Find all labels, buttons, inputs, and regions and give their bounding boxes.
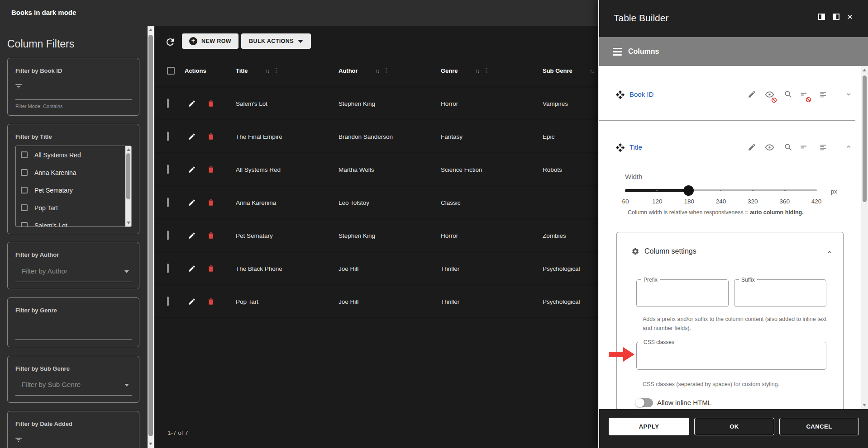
chevron-up-icon[interactable] <box>844 143 853 153</box>
visibility-disabled-icon[interactable] <box>765 90 774 101</box>
sort-icon[interactable]: ↑↓ <box>265 67 269 74</box>
edit-row-icon[interactable] <box>188 264 196 273</box>
genre-input-underline[interactable] <box>15 340 132 340</box>
title-filter-option[interactable]: Pet Sematary <box>16 181 131 199</box>
option-checkbox[interactable] <box>21 169 28 176</box>
column-menu-icon[interactable]: ⋮ <box>483 67 490 74</box>
delete-row-icon[interactable] <box>207 231 215 240</box>
search-column-icon[interactable] <box>784 143 793 154</box>
column-menu-icon[interactable]: ⋮ <box>383 67 390 74</box>
refresh-icon[interactable] <box>165 37 176 47</box>
title-link[interactable]: Title <box>630 143 642 151</box>
option-checkbox[interactable] <box>21 151 28 158</box>
scroll-down-icon[interactable] <box>149 443 153 445</box>
scrollbar-thumb[interactable] <box>863 75 867 202</box>
filter-rows-disabled-icon[interactable] <box>800 90 809 101</box>
chevron-down-icon[interactable] <box>124 384 129 387</box>
dock-left-icon[interactable] <box>818 14 825 20</box>
scroll-up-icon[interactable] <box>863 69 866 71</box>
book-id-input-underline[interactable] <box>15 99 132 100</box>
option-checkbox[interactable] <box>21 187 28 193</box>
align-text-icon[interactable] <box>819 143 828 154</box>
title-list-scrollbar[interactable] <box>125 146 131 226</box>
allow-inline-html-toggle[interactable] <box>636 398 653 407</box>
select-all-checkbox[interactable] <box>167 67 175 75</box>
drag-move-icon[interactable] <box>615 90 625 101</box>
author-select-underline[interactable] <box>15 282 132 282</box>
sort-icon[interactable]: ↑↓ <box>475 67 479 74</box>
delete-row-icon[interactable] <box>207 99 215 108</box>
column-header-genre[interactable]: Genre ↑↓⋮ <box>441 67 543 74</box>
scroll-up-icon[interactable] <box>127 148 130 151</box>
sort-icon[interactable]: ↑↓ <box>590 67 594 74</box>
delete-row-icon[interactable] <box>207 165 215 174</box>
title-filter-option[interactable]: All Systems Red <box>16 146 131 164</box>
author-select-placeholder[interactable]: Filter by Author <box>22 267 67 275</box>
close-icon[interactable]: × <box>847 14 853 20</box>
align-text-icon[interactable] <box>819 90 828 101</box>
builder-scrollbar[interactable] <box>861 66 868 409</box>
column-menu-icon[interactable]: ⋮ <box>273 67 280 74</box>
css-classes-input[interactable]: CSS classes <box>636 342 826 370</box>
drag-move-icon[interactable] <box>615 143 625 154</box>
book-id-link[interactable]: Book ID <box>630 90 653 98</box>
edit-row-icon[interactable] <box>188 297 196 306</box>
width-slider[interactable] <box>625 185 817 196</box>
row-checkbox[interactable] <box>167 132 169 141</box>
delete-row-icon[interactable] <box>207 297 215 306</box>
filter-funnel-icon[interactable] <box>14 435 23 446</box>
edit-row-icon[interactable] <box>188 99 196 108</box>
visibility-icon[interactable] <box>765 143 774 154</box>
sub-genre-select-underline[interactable] <box>15 395 132 396</box>
delete-row-icon[interactable] <box>207 264 215 273</box>
apply-button[interactable]: APPLY <box>609 418 689 435</box>
row-checkbox[interactable] <box>167 165 169 174</box>
ok-button[interactable]: OK <box>694 418 774 435</box>
row-checkbox[interactable] <box>167 264 169 273</box>
edit-row-icon[interactable] <box>188 231 196 240</box>
new-row-button[interactable]: + NEW ROW <box>182 33 238 49</box>
row-checkbox[interactable] <box>167 198 169 207</box>
delete-row-icon[interactable] <box>207 198 215 207</box>
title-filter-option[interactable]: Anna Karenina <box>16 164 131 181</box>
chevron-down-icon[interactable] <box>124 270 129 273</box>
filter-rows-icon[interactable] <box>800 143 809 154</box>
sort-icon[interactable]: ↑↓ <box>375 67 379 74</box>
dock-right-icon[interactable] <box>833 14 839 20</box>
edit-row-icon[interactable] <box>188 198 196 207</box>
cancel-button[interactable]: CANCEL <box>779 418 859 435</box>
column-header-sub-genre[interactable]: Sub Genre ↑↓⋮ <box>543 67 598 74</box>
column-header-author[interactable]: Author ↑↓⋮ <box>339 67 441 74</box>
edit-row-icon[interactable] <box>188 165 196 174</box>
chevron-down-icon[interactable] <box>844 90 853 100</box>
hamburger-icon <box>613 48 622 56</box>
scroll-up-icon[interactable] <box>149 28 153 31</box>
bulk-actions-button[interactable]: BULK ACTIONS <box>241 33 311 49</box>
row-checkbox[interactable] <box>167 99 169 108</box>
edit-column-icon[interactable] <box>748 90 756 100</box>
scroll-down-icon[interactable] <box>127 222 130 224</box>
filter-funnel-icon[interactable] <box>14 82 23 92</box>
title-filter-option[interactable]: Salem's Lot <box>16 217 131 227</box>
delete-row-icon[interactable] <box>207 132 215 141</box>
slider-thumb[interactable] <box>683 185 694 196</box>
row-checkbox[interactable] <box>167 297 169 306</box>
sub-genre-select-placeholder[interactable]: Filter by Sub Genre <box>22 381 81 388</box>
option-checkbox[interactable] <box>21 222 28 227</box>
toggle-knob[interactable] <box>635 398 644 407</box>
edit-row-icon[interactable] <box>188 132 196 141</box>
row-checkbox[interactable] <box>167 231 169 240</box>
scrollbar-thumb[interactable] <box>148 35 153 436</box>
title-filter-option[interactable]: Pop Tart <box>16 199 131 217</box>
filters-scrollbar[interactable] <box>148 26 154 448</box>
column-header-title[interactable]: Title ↑↓⋮ <box>236 67 339 74</box>
scroll-down-icon[interactable] <box>863 404 866 406</box>
columns-section-bar[interactable]: Columns <box>599 37 868 66</box>
suffix-input[interactable]: Suffix <box>734 279 826 307</box>
edit-column-icon[interactable] <box>748 143 756 153</box>
prefix-input[interactable]: Prefix <box>636 279 729 307</box>
search-column-icon[interactable] <box>784 90 793 101</box>
chevron-up-icon[interactable] <box>826 249 833 258</box>
option-checkbox[interactable] <box>21 204 28 211</box>
scrollbar-thumb[interactable] <box>126 153 130 199</box>
